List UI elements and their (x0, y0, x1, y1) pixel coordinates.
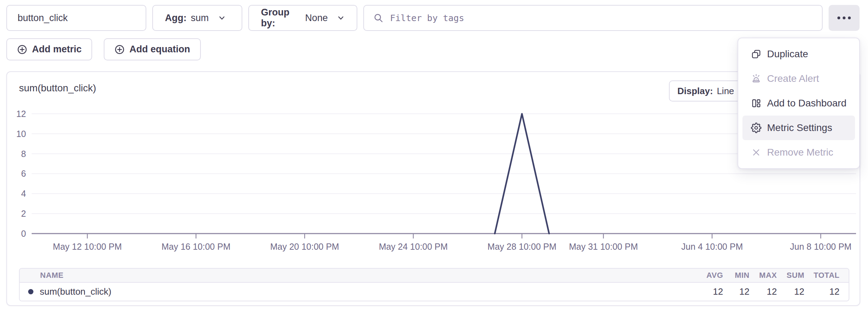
query-toolbar: Agg: sum Group by: None (6, 5, 860, 31)
menu-item-remove-metric[interactable]: Remove Metric (742, 140, 855, 165)
menu-item-metric-settings[interactable]: Metric Settings (742, 116, 855, 140)
x-tick-label: May 28 10:00 PM (487, 242, 556, 251)
display-value: Line (717, 86, 734, 97)
add-equation-label: Add equation (129, 44, 190, 55)
cell-avg: 12 (699, 286, 723, 297)
y-tick-label: 12 (16, 109, 26, 119)
display-label: Display: (677, 86, 713, 97)
tag-filter-input[interactable] (389, 13, 813, 24)
menu-item-label: Add to Dashboard (767, 98, 847, 109)
metric-actions-row: Add metric Add equation (6, 38, 201, 60)
group-by-value: None (305, 13, 328, 24)
chevron-down-icon (218, 14, 226, 22)
column-header-avg: AVG (699, 271, 723, 280)
y-tick-label: 8 (21, 149, 26, 159)
y-tick-label: 6 (21, 169, 26, 178)
chart-svg: 024681012May 12 10:00 PMMay 16 10:00 PMM… (7, 104, 861, 260)
summary-table-header: NAME AVG MIN MAX SUM TOTAL (20, 269, 849, 283)
add-equation-button[interactable]: Add equation (104, 38, 200, 60)
x-axis: May 12 10:00 PMMay 16 10:00 PMMay 20 10:… (53, 234, 851, 251)
cell-sum: 12 (777, 286, 804, 297)
plus-circle-icon (17, 44, 27, 55)
ellipsis-icon (837, 17, 851, 19)
agg-dropdown[interactable]: Agg: sum (152, 5, 242, 31)
menu-item-label: Metric Settings (767, 122, 832, 133)
plus-circle-icon (114, 44, 125, 55)
gear-icon (751, 123, 761, 133)
column-header-max: MAX (749, 271, 777, 280)
x-tick-label: May 16 10:00 PM (161, 242, 230, 251)
copy-icon (751, 49, 761, 59)
y-tick-label: 10 (16, 129, 26, 139)
y-axis: 024681012 (16, 109, 26, 238)
more-options-button[interactable] (829, 5, 860, 31)
gridlines (32, 114, 856, 234)
group-by-label: Group by: (261, 7, 301, 29)
agg-value: sum (191, 13, 209, 24)
y-tick-label: 0 (21, 229, 26, 238)
column-header-name: NAME (20, 271, 699, 280)
series-color-dot (28, 289, 33, 294)
menu-item-label: Duplicate (767, 48, 808, 60)
timeseries-chart: 024681012May 12 10:00 PMMay 16 10:00 PMM… (7, 104, 861, 260)
group-by-dropdown[interactable]: Group by: None (248, 5, 357, 31)
add-metric-button[interactable]: Add metric (6, 38, 92, 60)
column-header-sum: SUM (777, 271, 804, 280)
cell-total: 12 (804, 286, 840, 297)
x-tick-label: Jun 4 10:00 PM (681, 242, 743, 251)
metric-name-field[interactable] (18, 13, 135, 24)
column-header-total: TOTAL (804, 271, 840, 280)
menu-item-create-alert[interactable]: Create Alert (742, 66, 855, 91)
menu-item-label: Create Alert (767, 73, 819, 84)
alarm-icon (751, 73, 761, 84)
menu-item-duplicate[interactable]: Duplicate (742, 42, 855, 66)
summary-table: NAME AVG MIN MAX SUM TOTAL sum(button_cl… (19, 268, 849, 301)
chevron-down-icon (337, 14, 345, 22)
x-tick-label: May 12 10:00 PM (53, 242, 122, 251)
metrics-explorer: Agg: sum Group by: None (0, 0, 868, 314)
table-row[interactable]: sum(button_click) 12 12 12 12 12 (20, 283, 849, 301)
cell-min: 12 (723, 286, 749, 297)
x-tick-label: May 31 10:00 PM (569, 242, 638, 251)
agg-label: Agg: (165, 13, 186, 24)
column-header-min: MIN (723, 271, 749, 280)
add-metric-label: Add metric (32, 44, 82, 55)
menu-item-add-to-dashboard[interactable]: Add to Dashboard (742, 91, 855, 116)
menu-item-label: Remove Metric (767, 147, 833, 158)
x-tick-label: May 20 10:00 PM (270, 242, 339, 251)
search-icon (373, 13, 384, 23)
display-type-button[interactable]: Display: Line (669, 80, 745, 102)
y-tick-label: 2 (21, 209, 26, 218)
x-tick-label: Jun 8 10:00 PM (790, 242, 851, 251)
chart-card: sum(button_click) Display: Line 02468101… (6, 71, 860, 306)
tag-filter[interactable] (363, 5, 823, 31)
x-tick-label: May 24 10:00 PM (379, 242, 448, 251)
chart-title: sum(button_click) (19, 83, 96, 94)
dashboard-icon (751, 98, 761, 109)
cell-max: 12 (749, 286, 777, 297)
y-tick-label: 4 (21, 189, 26, 198)
metric-name-input[interactable] (6, 5, 146, 31)
context-menu: Duplicate Create Alert Add to Dashboard … (738, 38, 860, 169)
x-icon (751, 147, 761, 158)
series-name: sum(button_click) (40, 286, 111, 297)
